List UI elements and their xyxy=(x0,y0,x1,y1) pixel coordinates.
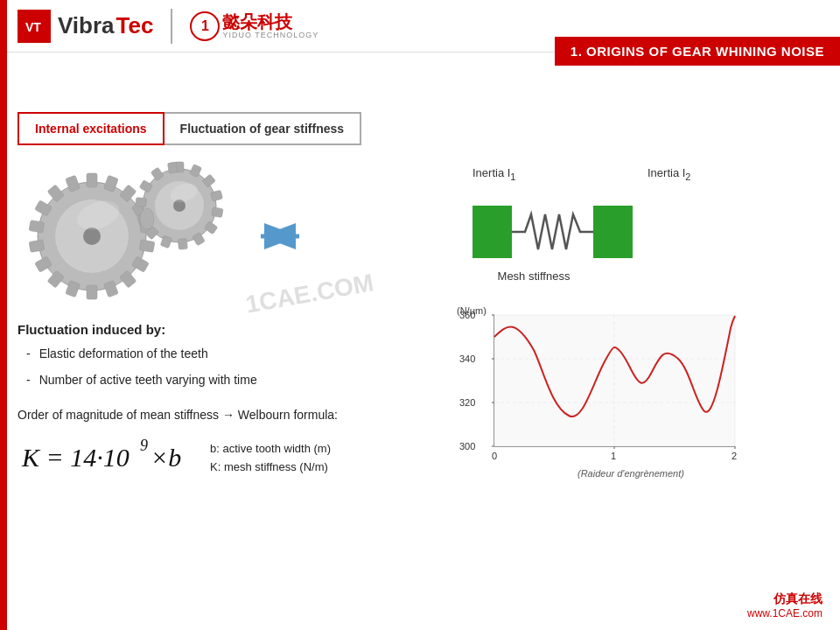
formula-area: K = 14·10 9 ×b b: active tooth width (m)… xyxy=(18,433,438,483)
mesh-stiffness-svg-label: Mesh stiffness xyxy=(498,270,570,283)
y-label-320: 320 xyxy=(459,397,475,408)
tec-text: Tec xyxy=(116,12,154,39)
svg-rect-18 xyxy=(29,220,45,234)
svg-text:K = 14·10: K = 14·10 xyxy=(21,443,130,472)
vt-icon-svg: VT xyxy=(24,16,45,37)
x-label-2: 2 xyxy=(732,451,737,461)
formula-note2: K: mesh stiffness (N/m) xyxy=(210,458,331,477)
order-magnitude-text: Order of magnitude of mean stiffness → W… xyxy=(18,406,438,424)
gear-svg xyxy=(18,158,228,311)
vibratec-logo: VT VibraTec xyxy=(18,10,153,43)
chart-x-label: (Raideur d'engrènement) xyxy=(578,468,684,479)
svg-rect-55 xyxy=(494,315,735,446)
bullet1-text: Elastic deformation of the teeth xyxy=(39,346,208,363)
chart-area: (N/μm) 360 340 320 300 0 xyxy=(455,302,822,494)
bullet2-text: Number of active teeth varying with time xyxy=(39,372,257,389)
vibratec-icon: VT xyxy=(18,10,51,43)
dash-icon-2: - xyxy=(26,372,31,389)
svg-rect-40 xyxy=(167,162,178,174)
tab-fluctuation-label: Fluctuation of gear stiffness xyxy=(180,122,344,136)
svg-point-42 xyxy=(140,208,154,229)
svg-rect-17 xyxy=(29,240,45,253)
logo-divider xyxy=(171,9,172,44)
formula-svg: K = 14·10 9 ×b xyxy=(18,433,192,477)
bullet-list: - Elastic deformation of the teeth - Num… xyxy=(26,346,438,388)
formula-note1: b: active tooth width (m) xyxy=(210,440,331,458)
left-panel: Fluctuation induced by: - Elastic deform… xyxy=(18,158,438,494)
svg-rect-4 xyxy=(87,173,97,187)
tab-bar: Internal excitations Fluctuation of gear… xyxy=(18,112,840,145)
section-banner-text: 1. ORIGINS OF GEAR WHINING NOISE xyxy=(570,44,824,59)
svg-rect-37 xyxy=(136,198,147,207)
yiduo-icon: 1 xyxy=(190,11,220,41)
fluctuation-title: Fluctuation induced by: xyxy=(18,322,438,337)
tab-internal-label: Internal excitations xyxy=(35,122,147,136)
list-item-elastic: - Elastic deformation of the teeth xyxy=(26,346,438,363)
brand-url-text: www.1CAE.com xyxy=(747,607,822,620)
svg-rect-13 xyxy=(87,285,97,299)
y-label-340: 340 xyxy=(459,354,475,364)
red-left-border xyxy=(0,0,7,630)
formula-display: K = 14·10 9 ×b xyxy=(18,433,192,483)
svg-text:×b: ×b xyxy=(150,443,181,472)
dash-icon-1: - xyxy=(26,346,31,363)
brand-chinese-text: 仿真在线 xyxy=(747,592,822,607)
mechanical-model-area: Inertia I1 Inertia I2 Mesh stiffness xyxy=(455,158,822,293)
stiffness-chart-svg: (N/μm) 360 340 320 300 0 xyxy=(455,302,752,486)
section-banner: 1. ORIGINS OF GEAR WHINING NOISE xyxy=(555,37,840,66)
spring-element xyxy=(512,214,593,249)
bottom-branding: 仿真在线 www.1CAE.com xyxy=(747,592,822,620)
x-label-0: 0 xyxy=(492,451,497,461)
yiduo-chinese: 懿朵科技 xyxy=(222,13,318,31)
main-content: Fluctuation induced by: - Elastic deform… xyxy=(0,149,840,503)
inertia2-block xyxy=(593,206,633,258)
svg-text:9: 9 xyxy=(140,437,148,454)
vibra-text: Vibra xyxy=(58,12,115,39)
svg-rect-9 xyxy=(139,240,155,253)
right-panel: Inertia I1 Inertia I2 Mesh stiffness ( xyxy=(455,158,822,494)
logo-area: VT VibraTec 1 懿朵科技 YIDUO TECHNOLOGY xyxy=(18,9,318,44)
y-label-300: 300 xyxy=(459,441,475,452)
fluctuation-section: Fluctuation induced by: - Elastic deform… xyxy=(18,322,438,483)
tab-fluctuation[interactable]: Fluctuation of gear stiffness xyxy=(164,112,361,145)
svg-point-3 xyxy=(83,228,101,245)
y-label-360: 360 xyxy=(459,310,475,320)
svg-rect-30 xyxy=(212,207,224,218)
double-arrow-icon xyxy=(254,219,306,254)
yiduo-subtitle: YIDUO TECHNOLOGY xyxy=(222,31,318,39)
double-arrow-svg xyxy=(254,219,306,254)
tab-internal-excitations[interactable]: Internal excitations xyxy=(18,112,164,145)
mechanical-model-svg: Mesh stiffness xyxy=(455,175,752,289)
yiduo-logo: 1 懿朵科技 YIDUO TECHNOLOGY xyxy=(190,11,318,41)
gear-illustration xyxy=(18,158,245,315)
gear-area xyxy=(18,158,438,315)
x-label-1: 1 xyxy=(611,451,616,461)
inertia1-block xyxy=(472,206,512,258)
list-item-teeth-number: - Number of active teeth varying with ti… xyxy=(26,372,438,389)
svg-rect-33 xyxy=(178,238,187,249)
formula-notes: b: active tooth width (m) K: mesh stiffn… xyxy=(210,440,331,477)
svg-text:VT: VT xyxy=(25,20,41,34)
